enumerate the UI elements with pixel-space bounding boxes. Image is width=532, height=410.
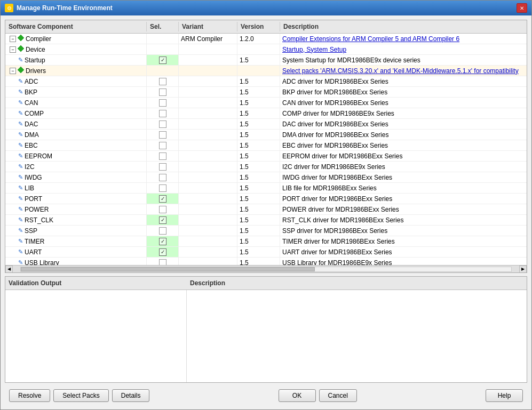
cell-component-name: ✎LIB [5, 183, 147, 193]
cell-description[interactable]: Startup, System Setup [280, 44, 527, 54]
checkbox-checked[interactable]: ✓ [159, 195, 166, 203]
checkbox-unchecked[interactable] [159, 78, 166, 85]
cell-version: 1.5 [237, 226, 280, 236]
cell-component-name: −Compiler [5, 34, 147, 44]
component-name-text: I2C [25, 163, 35, 171]
description-link[interactable]: Compiler Extensions for ARM Compiler 5 a… [282, 35, 459, 43]
bottom-panel: Validation Output Description [5, 276, 527, 383]
cell-description[interactable]: Select packs 'ARM.CMSIS.3.20.x' and 'Kei… [280, 66, 527, 76]
cell-component-name: ✎USB Library [5, 258, 147, 265]
table-header: Software Component Sel. Variant Version … [5, 20, 527, 34]
component-name-text: POWER [25, 206, 49, 213]
checkbox-checked[interactable]: ✓ [159, 248, 166, 256]
expand-collapse-icon[interactable]: − [10, 46, 16, 53]
cell-version: 1.5 [237, 140, 280, 150]
component-name-text: Compiler [26, 35, 51, 43]
component-name-text: Device [26, 46, 45, 53]
checkbox-unchecked[interactable] [159, 206, 166, 213]
cell-variant [179, 140, 237, 150]
cell-variant [179, 204, 237, 214]
cell-description: PORT driver for MDR1986BExx Series [280, 194, 527, 204]
cell-sel [147, 172, 179, 182]
cell-version: 1.5 [237, 215, 280, 225]
cell-description[interactable]: Compiler Extensions for ARM Compiler 5 a… [280, 34, 527, 44]
checkbox-unchecked[interactable] [159, 110, 166, 117]
resolve-button[interactable]: Resolve [9, 389, 50, 402]
checkbox-checked[interactable]: ✓ [159, 238, 166, 245]
cell-component-name: ✎UART [5, 247, 147, 257]
cell-component-name: ✎COMP [5, 108, 147, 118]
cell-description: ADC driver for MDR1986BExx Series [280, 76, 527, 86]
cell-description: RST_CLK driver for MDR1986BExx Series [280, 215, 527, 225]
horizontal-scrollbar[interactable]: ◀ ▶ [5, 265, 527, 272]
scroll-thumb[interactable] [21, 267, 315, 271]
checkbox-unchecked[interactable] [159, 120, 166, 128]
cell-description: TIMER driver for MDR1986BExx Series [280, 236, 527, 246]
component-name-text: PORT [25, 195, 42, 203]
help-button[interactable]: Help [486, 389, 523, 402]
component-name-text: EEPROM [25, 152, 52, 160]
checkbox-unchecked[interactable] [159, 184, 166, 192]
table-row: ✎IWDG1.5IWDG driver for MDR1986BExx Seri… [5, 172, 527, 183]
cell-description: COMP driver for MDR1986BE9x Series [280, 108, 527, 118]
select-packs-button[interactable]: Select Packs [53, 389, 108, 402]
component-name-text: EBC [25, 142, 38, 149]
cell-version: 1.5 [237, 172, 280, 182]
close-button[interactable]: ✕ [517, 3, 527, 13]
checkbox-unchecked[interactable] [159, 163, 166, 171]
description-link[interactable]: Select packs 'ARM.CMSIS.3.20.x' and 'Kei… [282, 67, 519, 75]
checkbox-checked[interactable]: ✓ [159, 216, 166, 224]
checkbox-unchecked[interactable] [159, 227, 166, 235]
cell-variant [179, 108, 237, 118]
cell-variant [179, 87, 237, 97]
checkbox-unchecked[interactable] [159, 174, 166, 181]
cell-component-name: −Drivers [5, 66, 147, 76]
table-row: ✎Startup✓1.5System Startup for MDR1986BE… [5, 55, 527, 66]
cell-sel [147, 204, 179, 214]
scroll-left-arrow[interactable]: ◀ [5, 266, 13, 273]
checkbox-unchecked[interactable] [159, 89, 166, 96]
checkbox-unchecked[interactable] [159, 152, 166, 160]
details-button[interactable]: Details [112, 389, 150, 402]
component-name-text: CAN [25, 99, 38, 107]
checkbox-unchecked[interactable] [159, 259, 166, 266]
checkbox-unchecked[interactable] [159, 142, 166, 149]
cell-variant [179, 215, 237, 225]
expand-collapse-icon[interactable]: − [10, 36, 16, 42]
cancel-button[interactable]: Cancel [319, 389, 357, 402]
cell-component-name: ✎EBC [5, 140, 147, 150]
cell-component-name: ✎Startup [5, 55, 147, 65]
description-link[interactable]: Startup, System Setup [282, 46, 346, 53]
cell-component-name: −Device [5, 44, 147, 54]
cell-component-name: ✎BKP [5, 87, 147, 97]
window-icon: ⚙ [5, 4, 13, 12]
col-header-component: Software Component [5, 22, 147, 31]
table-row: ✎USB Library1.5USB Library for MDR1986BE… [5, 258, 527, 265]
pen-icon: ✎ [18, 174, 23, 181]
scroll-right-arrow[interactable]: ▶ [519, 266, 527, 273]
pen-icon: ✎ [18, 78, 23, 85]
component-name-text: Startup [25, 57, 45, 64]
expand-collapse-icon[interactable]: − [10, 68, 16, 74]
cell-version [237, 66, 280, 76]
cell-variant [179, 236, 237, 246]
cell-variant [179, 258, 237, 265]
table-row: ✎I2C1.5I2C driver for MDR1986BE9x Series [5, 162, 527, 172]
pen-icon: ✎ [18, 131, 23, 138]
checkbox-unchecked[interactable] [159, 131, 166, 139]
cell-description: System Startup for MDR1986BE9x device se… [280, 55, 527, 65]
checkbox-checked[interactable]: ✓ [159, 57, 166, 64]
cell-variant [179, 98, 237, 108]
cell-sel [147, 108, 179, 118]
cell-sel [147, 98, 179, 108]
component-name-text: DMA [25, 131, 39, 139]
checkbox-unchecked[interactable] [159, 99, 166, 107]
cell-variant [179, 162, 237, 172]
title-bar: ⚙ Manage Run-Time Environment ✕ [1, 1, 531, 15]
cell-version: 1.5 [237, 55, 280, 65]
cell-description: CAN driver for MDR1986BExx Series [280, 98, 527, 108]
cell-description: DMA driver for MDR1986BExx Series [280, 130, 527, 140]
scroll-track[interactable] [20, 267, 512, 272]
ok-button[interactable]: OK [279, 389, 316, 402]
window-body: Software Component Sel. Variant Version … [1, 15, 531, 409]
